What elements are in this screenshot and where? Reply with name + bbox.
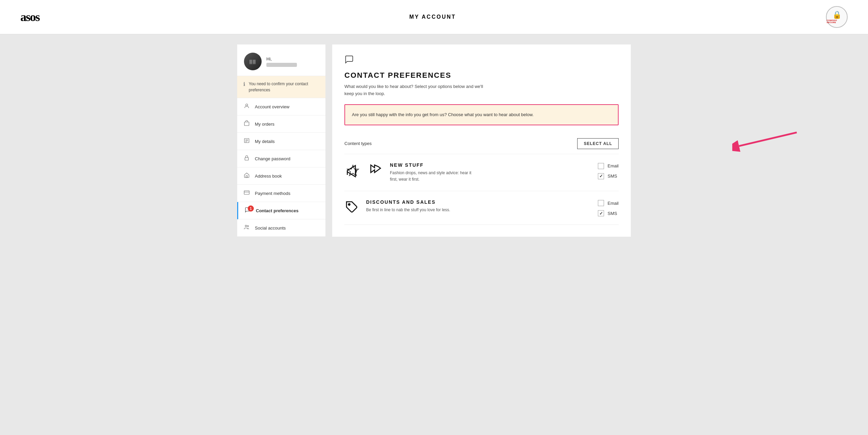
content-chat-icon	[344, 55, 619, 66]
greeting-text: Hi,	[266, 56, 297, 61]
discounts-email-option[interactable]: Email	[598, 200, 619, 206]
lock-icon	[243, 155, 250, 162]
user-name-blurred	[266, 63, 297, 67]
notice-box: Are you still happy with the info you ge…	[344, 104, 619, 125]
payment-methods-label: Payment methods	[255, 191, 290, 196]
comodo-secure: 🔒 COMODO SECURE	[827, 11, 847, 23]
lock-icon: 🔒	[832, 11, 842, 19]
preference-row-discounts-sales: DISCOUNTS AND SALES Be first in line to …	[344, 191, 619, 225]
discounts-title: DISCOUNTS AND SALES	[366, 199, 591, 205]
avatar-blur: ▓▓	[244, 53, 262, 70]
page-title: CONTACT PREFERENCES	[344, 71, 619, 80]
discounts-sms-label: SMS	[607, 211, 617, 216]
discounts-email-label: Email	[607, 201, 619, 206]
address-book-label: Address book	[255, 174, 282, 179]
svg-point-0	[246, 104, 248, 106]
credit-card-icon	[243, 189, 250, 197]
discounts-sms-checkbox[interactable]	[598, 210, 604, 216]
email-label: Email	[607, 163, 619, 168]
social-accounts-label: Social accounts	[255, 225, 286, 231]
sidebar-alert[interactable]: ℹ You need to confirm your contact prefe…	[237, 76, 325, 98]
svg-rect-6	[245, 158, 249, 160]
svg-point-16	[348, 204, 350, 205]
sidebar-item-my-details[interactable]: My details	[237, 133, 325, 150]
header: asos MY ACCOUNT 🔒 COMODO SECURE	[0, 0, 868, 34]
svg-rect-7	[246, 176, 248, 178]
svg-point-10	[245, 225, 247, 227]
content-area: CONTACT PREFERENCES What would you like …	[332, 44, 631, 237]
account-overview-label: Account overview	[255, 104, 289, 109]
annotation-arrow	[732, 129, 800, 158]
contact-preferences-label: Contact preferences	[256, 208, 299, 213]
svg-rect-1	[244, 122, 249, 126]
new-stuff-desc: Fashion drops, news and style advice: he…	[390, 170, 478, 183]
new-stuff-options: Email SMS	[598, 162, 619, 179]
svg-point-11	[247, 225, 249, 227]
content-description: What would you like to hear about? Selec…	[344, 83, 494, 97]
sms-label: SMS	[607, 174, 617, 179]
discounts-sms-option[interactable]: SMS	[598, 210, 619, 216]
avatar: ▓▓	[244, 53, 262, 70]
details-icon	[243, 138, 250, 145]
new-stuff-title: NEW STUFF	[390, 162, 591, 168]
user-section: ▓▓ Hi,	[237, 44, 325, 76]
logo[interactable]: asos	[20, 10, 39, 24]
people-icon	[243, 224, 250, 232]
discounts-email-checkbox[interactable]	[598, 200, 604, 206]
alert-text: You need to confirm your contact prefere…	[249, 81, 319, 93]
user-greeting: Hi,	[266, 56, 297, 67]
comodo-text: COMODO SECURE	[827, 19, 847, 23]
select-all-button[interactable]: SELECT ALL	[577, 138, 619, 149]
my-details-label: My details	[255, 139, 275, 144]
discounts-desc: Be first in line to nab the stuff you lo…	[366, 207, 454, 213]
comodo-badge: 🔒 COMODO SECURE	[826, 6, 848, 28]
sidebar-item-payment-methods[interactable]: Payment methods	[237, 185, 325, 202]
main-container: ▓▓ Hi, ℹ You need to confirm your contac…	[230, 44, 638, 237]
discounts-info: DISCOUNTS AND SALES Be first in line to …	[366, 199, 591, 213]
bag-icon	[243, 120, 250, 128]
sidebar-item-my-orders[interactable]: My orders	[237, 115, 325, 133]
sidebar-item-account-overview[interactable]: Account overview	[237, 98, 325, 115]
svg-rect-8	[244, 191, 249, 195]
content-header: CONTACT PREFERENCES What would you like …	[344, 55, 619, 97]
new-stuff-email-checkbox[interactable]	[598, 163, 604, 169]
preference-row-new-stuff: NEW STUFF Fashion drops, news and style …	[344, 154, 619, 191]
notice-text: Are you still happy with the info you ge…	[352, 111, 611, 119]
sidebar-item-social-accounts[interactable]: Social accounts	[237, 219, 325, 237]
sidebar-item-change-password[interactable]: Change password	[237, 150, 325, 167]
sidebar-item-address-book[interactable]: Address book	[237, 167, 325, 185]
header-title: MY ACCOUNT	[409, 14, 456, 20]
new-stuff-sms-option[interactable]: SMS	[598, 173, 619, 179]
new-stuff-icon	[344, 162, 361, 179]
svg-line-18	[739, 132, 797, 146]
svg-marker-15	[371, 165, 381, 173]
new-stuff-info: NEW STUFF Fashion drops, news and style …	[390, 162, 591, 183]
content-types-label: Content types	[344, 141, 372, 146]
sidebar: ▓▓ Hi, ℹ You need to confirm your contac…	[237, 44, 325, 237]
notification-badge: 1	[248, 205, 254, 212]
new-stuff-sms-checkbox[interactable]	[598, 173, 604, 179]
alert-icon: ℹ	[243, 81, 245, 87]
content-types-row: Content types SELECT ALL	[344, 133, 619, 154]
sidebar-item-contact-preferences[interactable]: 1 Contact preferences	[237, 202, 325, 219]
my-orders-label: My orders	[255, 122, 275, 127]
new-stuff-email-option[interactable]: Email	[598, 163, 619, 169]
person-icon	[243, 103, 250, 110]
home-icon	[243, 172, 250, 180]
discounts-options: Email SMS	[598, 199, 619, 216]
change-password-label: Change password	[255, 156, 290, 161]
